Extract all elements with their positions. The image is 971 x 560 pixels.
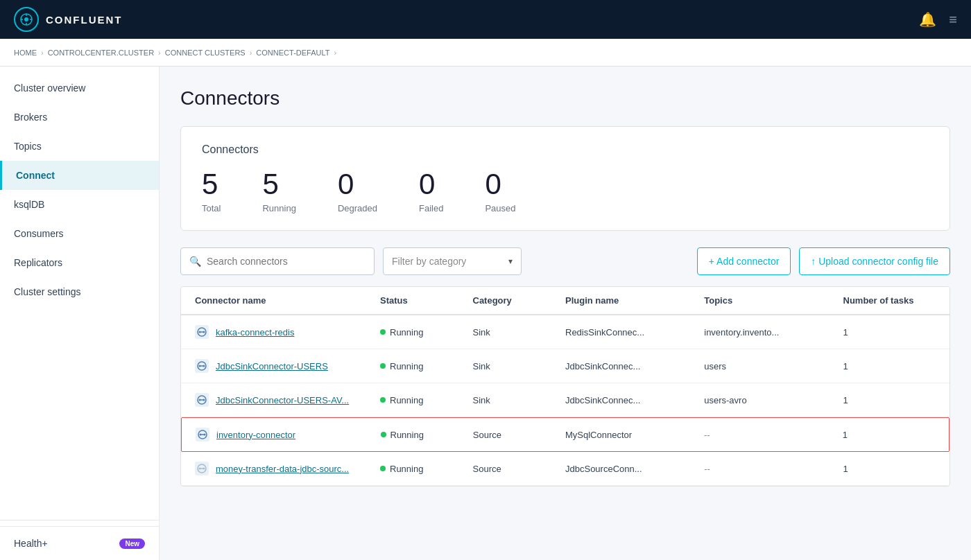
toolbar: 🔍 Filter by category ▾ + Add connector ↑… <box>180 247 950 275</box>
logo-text: CONFLUENT <box>46 14 123 26</box>
plugin-cell: JdbcSourceConn... <box>565 464 704 474</box>
breadcrumb-sep-4: › <box>334 49 337 57</box>
connector-name-cell: inventory-connector <box>196 428 381 441</box>
chevron-down-icon: ▾ <box>508 256 513 266</box>
health-plus-label: Health+ <box>14 538 48 549</box>
breadcrumb-home[interactable]: HOME <box>14 49 37 57</box>
sidebar-item-label: Brokers <box>14 112 47 123</box>
tasks-cell: 1 <box>843 327 936 338</box>
breadcrumb-cluster[interactable]: CONTROLCENTER.CLUSTER <box>48 49 154 57</box>
sidebar-health-plus[interactable]: Health+ New <box>0 526 159 560</box>
connector-link[interactable]: JdbcSinkConnector-USERS-AV... <box>216 395 349 405</box>
topics-cell: -- <box>704 430 843 440</box>
search-icon: 🔍 <box>189 256 201 267</box>
status-dot <box>380 397 386 403</box>
sidebar-item-label: ksqlDB <box>14 199 44 210</box>
stat-paused: 0 Paused <box>485 170 515 213</box>
breadcrumb-sep-3: › <box>250 49 252 57</box>
add-connector-button[interactable]: + Add connector <box>697 247 791 275</box>
svg-point-12 <box>199 365 201 367</box>
filter-dropdown[interactable]: Filter by category ▾ <box>383 247 522 275</box>
connector-icon <box>196 428 209 441</box>
svg-point-25 <box>203 468 205 470</box>
sidebar-item-cluster-settings[interactable]: Cluster settings <box>0 277 159 306</box>
sidebar-item-connect[interactable]: Connect <box>0 161 159 190</box>
connector-name-cell: JdbcSinkConnector-USERS <box>195 359 380 373</box>
connector-link[interactable]: kafka-connect-redis <box>216 327 294 338</box>
col-header-category: Category <box>473 295 566 306</box>
stat-failed: 0 Failed <box>419 170 443 213</box>
stat-running-value: 5 <box>262 170 295 199</box>
topics-cell: -- <box>704 464 843 474</box>
status-dot <box>380 466 386 471</box>
svg-point-17 <box>203 399 205 401</box>
connector-link[interactable]: JdbcSinkConnector-USERS <box>216 361 328 371</box>
sidebar-item-brokers[interactable]: Brokers <box>0 103 159 132</box>
search-box[interactable]: 🔍 <box>180 247 375 275</box>
stats-card: Connectors 5 Total 5 Running 0 Degraded … <box>180 126 950 231</box>
connector-name-cell: kafka-connect-redis <box>195 325 380 339</box>
sidebar-item-replicators[interactable]: Replicators <box>0 248 159 277</box>
stat-degraded-value: 0 <box>338 170 377 199</box>
table-row: JdbcSinkConnector-USERS Running Sink Jdb… <box>181 349 949 383</box>
col-header-tasks: Number of tasks <box>843 295 936 306</box>
col-header-name: Connector name <box>195 295 380 306</box>
category-cell: Sink <box>473 361 566 371</box>
status-dot <box>380 363 386 369</box>
category-cell: Source <box>473 430 565 440</box>
breadcrumb-connect-clusters[interactable]: CONNECT CLUSTERS <box>165 49 246 57</box>
stat-total: 5 Total <box>202 170 221 213</box>
stat-running: 5 Running <box>262 170 295 213</box>
status-cell: Running <box>380 395 473 405</box>
svg-point-8 <box>199 331 201 333</box>
category-cell: Sink <box>473 327 566 338</box>
sidebar-item-consumers[interactable]: Consumers <box>0 219 159 248</box>
status-text: Running <box>390 327 423 338</box>
plugin-cell: JdbcSinkConnec... <box>565 361 704 371</box>
notification-icon[interactable]: 🔔 <box>919 11 936 28</box>
stat-paused-label: Paused <box>485 203 515 213</box>
upload-config-button[interactable]: ↑ Upload connector config file <box>799 247 950 275</box>
stat-total-value: 5 <box>202 170 221 199</box>
stat-running-label: Running <box>262 203 295 213</box>
svg-point-9 <box>203 331 205 333</box>
plugin-cell: JdbcSinkConnec... <box>565 395 704 405</box>
connector-icon <box>195 359 209 373</box>
breadcrumb-sep-1: › <box>41 49 44 57</box>
add-connector-label: + Add connector <box>709 256 780 267</box>
status-dot <box>380 329 386 335</box>
stat-degraded-label: Degraded <box>338 203 377 213</box>
connector-link[interactable]: money-transfer-data-jdbc-sourc... <box>216 464 349 474</box>
logo-icon <box>14 7 39 32</box>
breadcrumb-connect-default[interactable]: CONNECT-DEFAULT <box>256 49 329 57</box>
connector-link[interactable]: inventory-connector <box>216 430 295 440</box>
table-row: kafka-connect-redis Running Sink RedisSi… <box>181 315 949 349</box>
table-row: JdbcSinkConnector-USERS-AV... Running Si… <box>181 383 949 417</box>
sidebar-item-topics[interactable]: Topics <box>0 132 159 161</box>
status-text: Running <box>390 361 423 371</box>
stat-paused-value: 0 <box>485 170 515 199</box>
stat-degraded: 0 Degraded <box>338 170 377 213</box>
menu-icon[interactable]: ≡ <box>949 12 957 28</box>
svg-point-24 <box>199 468 201 470</box>
search-input[interactable] <box>207 256 366 267</box>
col-header-plugin: Plugin name <box>565 295 704 306</box>
stats-card-title: Connectors <box>202 143 929 156</box>
svg-point-1 <box>24 17 28 21</box>
connector-name-cell: money-transfer-data-jdbc-sourc... <box>195 462 380 475</box>
sidebar-item-label: Cluster overview <box>14 82 85 94</box>
sidebar-divider <box>0 520 159 520</box>
tasks-cell: 1 <box>843 361 936 371</box>
sidebar-item-cluster-overview[interactable]: Cluster overview <box>0 73 159 103</box>
table-header: Connector name Status Category Plugin na… <box>181 287 949 315</box>
topics-cell: users-avro <box>704 395 843 405</box>
status-text: Running <box>390 430 424 440</box>
status-cell: Running <box>380 327 473 338</box>
status-cell: Running <box>380 464 473 474</box>
stat-failed-label: Failed <box>419 203 443 213</box>
main-content: Connectors Connectors 5 Total 5 Running … <box>160 67 971 560</box>
page-title: Connectors <box>180 87 950 110</box>
filter-label: Filter by category <box>392 256 466 267</box>
sidebar-item-ksqldb[interactable]: ksqlDB <box>0 190 159 219</box>
upload-label: ↑ Upload connector config file <box>811 256 938 267</box>
